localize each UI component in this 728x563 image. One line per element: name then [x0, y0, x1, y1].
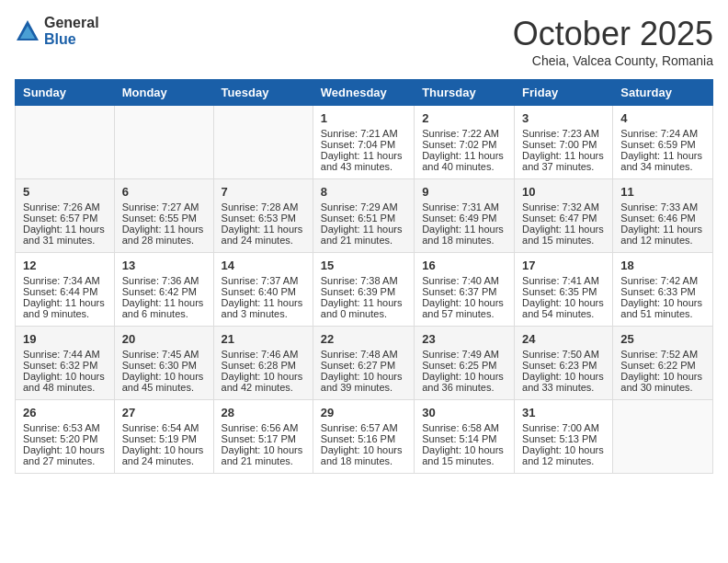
table-row: 16Sunrise: 7:40 AMSunset: 6:37 PMDayligh… [415, 253, 515, 327]
sunset: Sunset: 7:04 PM [321, 139, 395, 150]
sunrise: Sunrise: 7:41 AM [522, 275, 599, 286]
header-saturday: Saturday [613, 80, 713, 106]
daylight: Daylight: 10 hours and 12 minutes. [522, 444, 604, 466]
daylight: Daylight: 11 hours and 40 minutes. [422, 150, 504, 172]
sunset: Sunset: 6:53 PM [222, 213, 296, 224]
sunset: Sunset: 6:37 PM [422, 286, 496, 297]
daylight: Daylight: 10 hours and 57 minutes. [422, 297, 504, 319]
sunset: Sunset: 5:17 PM [222, 433, 296, 444]
header-thursday: Thursday [415, 80, 515, 106]
day-number: 31 [522, 406, 605, 419]
header-tuesday: Tuesday [213, 80, 313, 106]
sunrise: Sunrise: 7:28 AM [222, 201, 299, 213]
day-number: 1 [321, 111, 406, 125]
sunset: Sunset: 5:20 PM [23, 433, 97, 444]
day-number: 27 [122, 406, 206, 419]
sunset: Sunset: 6:59 PM [620, 139, 695, 150]
daylight: Daylight: 10 hours and 21 minutes. [222, 444, 303, 466]
sunset: Sunset: 6:27 PM [321, 360, 395, 371]
sunset: Sunset: 6:33 PM [620, 286, 695, 297]
day-number: 23 [422, 332, 506, 346]
table-row: 26Sunrise: 6:53 AMSunset: 5:20 PMDayligh… [16, 400, 115, 474]
daylight: Daylight: 11 hours and 6 minutes. [122, 297, 204, 319]
day-number: 5 [23, 185, 107, 199]
header-monday: Monday [114, 80, 213, 106]
sunrise: Sunrise: 7:44 AM [23, 349, 100, 360]
logo: General Blue [15, 15, 99, 47]
table-row: 5Sunrise: 7:26 AMSunset: 6:57 PMDaylight… [16, 179, 115, 253]
sunrise: Sunrise: 7:36 AM [122, 275, 199, 286]
table-row: 14Sunrise: 7:37 AMSunset: 6:40 PMDayligh… [213, 253, 313, 327]
day-number: 18 [620, 259, 705, 272]
daylight: Daylight: 11 hours and 28 minutes. [122, 224, 204, 246]
sunrise: Sunrise: 7:23 AM [522, 128, 599, 139]
table-row: 13Sunrise: 7:36 AMSunset: 6:42 PMDayligh… [114, 253, 213, 327]
sunrise: Sunrise: 7:27 AM [122, 201, 199, 213]
day-number: 3 [522, 111, 605, 125]
table-row [114, 106, 213, 179]
header-friday: Friday [515, 80, 613, 106]
table-row: 21Sunrise: 7:46 AMSunset: 6:28 PMDayligh… [213, 327, 313, 400]
table-row: 2Sunrise: 7:22 AMSunset: 7:02 PMDaylight… [415, 106, 515, 179]
sunrise: Sunrise: 6:53 AM [23, 422, 100, 433]
sunset: Sunset: 6:39 PM [321, 286, 395, 297]
logo-text: General Blue [44, 15, 99, 47]
sunrise: Sunrise: 7:49 AM [422, 349, 499, 360]
table-row [213, 106, 313, 179]
daylight: Daylight: 10 hours and 39 minutes. [321, 371, 403, 393]
daylight: Daylight: 11 hours and 43 minutes. [321, 150, 403, 172]
table-row: 19Sunrise: 7:44 AMSunset: 6:32 PMDayligh… [16, 327, 115, 400]
day-number: 16 [422, 259, 506, 272]
calendar-week-row: 26Sunrise: 6:53 AMSunset: 5:20 PMDayligh… [16, 400, 713, 474]
day-number: 10 [522, 185, 605, 199]
table-row: 12Sunrise: 7:34 AMSunset: 6:44 PMDayligh… [16, 253, 115, 327]
day-number: 2 [422, 111, 506, 125]
day-number: 7 [222, 185, 305, 199]
table-row: 30Sunrise: 6:58 AMSunset: 5:14 PMDayligh… [415, 400, 515, 474]
table-row: 31Sunrise: 7:00 AMSunset: 5:13 PMDayligh… [515, 400, 613, 474]
sunrise: Sunrise: 6:56 AM [222, 422, 299, 433]
sunset: Sunset: 6:57 PM [23, 213, 97, 224]
sunrise: Sunrise: 7:29 AM [321, 201, 398, 213]
table-row: 7Sunrise: 7:28 AMSunset: 6:53 PMDaylight… [213, 179, 313, 253]
table-row: 6Sunrise: 7:27 AMSunset: 6:55 PMDaylight… [114, 179, 213, 253]
location-subtitle: Cheia, Valcea County, Romania [513, 53, 713, 68]
sunset: Sunset: 6:22 PM [620, 360, 695, 371]
sunset: Sunset: 6:49 PM [422, 213, 496, 224]
sunrise: Sunrise: 7:00 AM [522, 422, 599, 433]
daylight: Daylight: 11 hours and 21 minutes. [321, 224, 403, 246]
table-row: 20Sunrise: 7:45 AMSunset: 6:30 PMDayligh… [114, 327, 213, 400]
day-number: 20 [122, 332, 206, 346]
sunrise: Sunrise: 7:21 AM [321, 128, 398, 139]
sunset: Sunset: 6:44 PM [23, 286, 97, 297]
day-number: 11 [620, 185, 705, 199]
sunrise: Sunrise: 6:58 AM [422, 422, 499, 433]
sunset: Sunset: 5:16 PM [321, 433, 395, 444]
daylight: Daylight: 10 hours and 15 minutes. [422, 444, 504, 466]
calendar-header-row: Sunday Monday Tuesday Wednesday Thursday… [16, 80, 713, 106]
daylight: Daylight: 10 hours and 30 minutes. [620, 371, 702, 393]
sunrise: Sunrise: 7:42 AM [620, 275, 698, 286]
day-number: 30 [422, 406, 506, 419]
daylight: Daylight: 10 hours and 42 minutes. [222, 371, 303, 393]
logo-general: General [44, 15, 99, 31]
table-row: 10Sunrise: 7:32 AMSunset: 6:47 PMDayligh… [515, 179, 613, 253]
sunrise: Sunrise: 7:33 AM [620, 201, 698, 213]
sunset: Sunset: 5:14 PM [422, 433, 496, 444]
logo-blue: Blue [44, 31, 99, 48]
table-row [613, 400, 713, 474]
table-row: 9Sunrise: 7:31 AMSunset: 6:49 PMDaylight… [415, 179, 515, 253]
sunrise: Sunrise: 7:34 AM [23, 275, 100, 286]
sunrise: Sunrise: 7:26 AM [23, 201, 100, 213]
day-number: 26 [23, 406, 107, 419]
sunrise: Sunrise: 7:24 AM [620, 128, 698, 139]
sunset: Sunset: 6:35 PM [522, 286, 597, 297]
table-row: 22Sunrise: 7:48 AMSunset: 6:27 PMDayligh… [313, 327, 414, 400]
day-number: 8 [321, 185, 406, 199]
sunrise: Sunrise: 7:52 AM [620, 349, 698, 360]
daylight: Daylight: 10 hours and 48 minutes. [23, 371, 105, 393]
sunrise: Sunrise: 7:38 AM [321, 275, 398, 286]
day-number: 15 [321, 259, 406, 272]
sunrise: Sunrise: 7:46 AM [222, 349, 299, 360]
day-number: 28 [222, 406, 305, 419]
